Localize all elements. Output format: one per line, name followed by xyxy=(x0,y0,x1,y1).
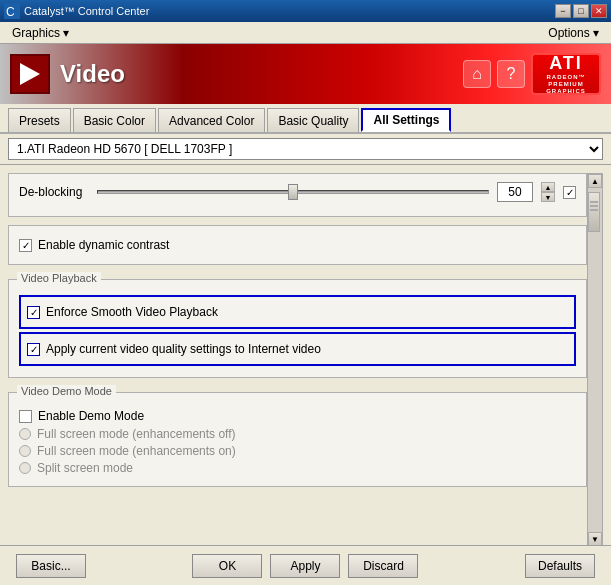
enable-demo-label[interactable]: Enable Demo Mode xyxy=(38,409,144,423)
minimize-button[interactable]: − xyxy=(555,4,571,18)
split-screen-radio[interactable] xyxy=(19,462,31,474)
deblocking-label: De-blocking xyxy=(19,185,89,199)
apply-video-quality-checkbox[interactable]: ✓ xyxy=(27,343,40,356)
scrollable-area: De-blocking 50 ▲ ▼ ✓ ✓ Ena xyxy=(8,173,587,547)
close-button[interactable]: ✕ xyxy=(591,4,607,18)
ati-text: ATI xyxy=(549,53,583,74)
menu-bar: Graphics ▾ Options ▾ xyxy=(0,22,611,44)
enable-demo-row: Enable Demo Mode xyxy=(19,409,576,423)
ati-logo: ATI RADEON™PREMIUMGRAPHICS xyxy=(531,53,601,95)
dynamic-contrast-label[interactable]: Enable dynamic contrast xyxy=(38,238,169,252)
video-icon xyxy=(10,54,50,94)
dynamic-contrast-section: ✓ Enable dynamic contrast xyxy=(8,225,587,265)
tab-all-settings[interactable]: All Settings xyxy=(361,108,451,132)
dynamic-contrast-row: ✓ Enable dynamic contrast xyxy=(19,238,576,252)
video-demo-mode-section: Video Demo Mode Enable Demo Mode Full sc… xyxy=(8,392,587,487)
video-playback-section: Video Playback ✓ Enforce Smooth Video Pl… xyxy=(8,279,587,378)
apply-video-quality-container: ✓ Apply current video quality settings t… xyxy=(19,332,576,366)
deblocking-value: 50 xyxy=(497,182,533,202)
video-demo-mode-title: Video Demo Mode xyxy=(17,385,116,397)
discard-button[interactable]: Discard xyxy=(348,554,418,578)
page-title: Video xyxy=(60,60,125,88)
enforce-smooth-row: ✓ Enforce Smooth Video Playback xyxy=(27,305,568,319)
options-menu[interactable]: Options ▾ xyxy=(544,24,603,42)
split-screen-label[interactable]: Split screen mode xyxy=(37,461,133,475)
tabs-bar: Presets Basic Color Advanced Color Basic… xyxy=(0,104,611,134)
scroll-down-button[interactable]: ▼ xyxy=(588,532,602,546)
split-screen-row: Split screen mode xyxy=(19,461,576,475)
tab-presets[interactable]: Presets xyxy=(8,108,71,132)
full-screen-off-row: Full screen mode (enhancements off) xyxy=(19,427,576,441)
deblocking-slider[interactable] xyxy=(97,184,489,200)
main-content: De-blocking 50 ▲ ▼ ✓ ✓ Ena xyxy=(0,165,611,555)
ati-sub: RADEON™PREMIUMGRAPHICS xyxy=(546,74,586,96)
full-screen-on-label[interactable]: Full screen mode (enhancements on) xyxy=(37,444,236,458)
defaults-button[interactable]: Defaults xyxy=(525,554,595,578)
header-left: Video xyxy=(10,54,125,94)
title-controls: − □ ✕ xyxy=(555,4,607,18)
title-bar: C Catalyst™ Control Center − □ ✕ xyxy=(0,0,611,22)
deblocking-spinner[interactable]: ▲ ▼ xyxy=(541,182,555,202)
spin-down[interactable]: ▼ xyxy=(541,192,555,202)
spin-up[interactable]: ▲ xyxy=(541,182,555,192)
window-title: Catalyst™ Control Center xyxy=(24,5,149,17)
enforce-smooth-container: ✓ Enforce Smooth Video Playback xyxy=(19,295,576,329)
scroll-up-button[interactable]: ▲ xyxy=(588,174,602,188)
full-screen-off-label[interactable]: Full screen mode (enhancements off) xyxy=(37,427,236,441)
full-screen-off-radio[interactable] xyxy=(19,428,31,440)
svg-text:C: C xyxy=(6,5,15,19)
svg-marker-2 xyxy=(20,63,40,85)
home-button[interactable]: ⌂ xyxy=(463,60,491,88)
help-button[interactable]: ? xyxy=(497,60,525,88)
ok-button[interactable]: OK xyxy=(192,554,262,578)
apply-video-quality-row: ✓ Apply current video quality settings t… xyxy=(27,342,568,356)
enforce-smooth-label[interactable]: Enforce Smooth Video Playback xyxy=(46,305,218,319)
enforce-smooth-checkbox[interactable]: ✓ xyxy=(27,306,40,319)
svg-rect-3 xyxy=(15,59,19,89)
basic-button[interactable]: Basic... xyxy=(16,554,86,578)
scrollbar-thumb[interactable] xyxy=(588,192,600,232)
svg-rect-4 xyxy=(41,59,45,89)
scrollbar-track[interactable] xyxy=(588,188,602,532)
app-icon: C xyxy=(4,3,20,19)
deblocking-section: De-blocking 50 ▲ ▼ ✓ xyxy=(8,173,587,217)
scrollbar[interactable]: ▲ ▼ xyxy=(587,173,603,547)
device-select[interactable]: 1.ATI Radeon HD 5670 [ DELL 1703FP ] xyxy=(8,138,603,160)
full-screen-on-row: Full screen mode (enhancements on) xyxy=(19,444,576,458)
maximize-button[interactable]: □ xyxy=(573,4,589,18)
tab-basic-quality[interactable]: Basic Quality xyxy=(267,108,359,132)
tab-basic-color[interactable]: Basic Color xyxy=(73,108,156,132)
deblocking-checkbox[interactable]: ✓ xyxy=(563,186,576,199)
video-playback-title: Video Playback xyxy=(17,272,101,284)
dynamic-contrast-checkbox[interactable]: ✓ xyxy=(19,239,32,252)
bottom-toolbar: Basic... OK Apply Discard Defaults xyxy=(0,545,611,585)
content-inner: De-blocking 50 ▲ ▼ ✓ ✓ Ena xyxy=(8,173,603,547)
device-bar: 1.ATI Radeon HD 5670 [ DELL 1703FP ] xyxy=(0,134,611,165)
header: Video ⌂ ? ATI RADEON™PREMIUMGRAPHICS xyxy=(0,44,611,104)
apply-button[interactable]: Apply xyxy=(270,554,340,578)
full-screen-on-radio[interactable] xyxy=(19,445,31,457)
enable-demo-checkbox[interactable] xyxy=(19,410,32,423)
apply-video-quality-label[interactable]: Apply current video quality settings to … xyxy=(46,342,321,356)
graphics-menu[interactable]: Graphics ▾ xyxy=(8,24,73,42)
title-bar-left: C Catalyst™ Control Center xyxy=(4,3,149,19)
header-right: ⌂ ? ATI RADEON™PREMIUMGRAPHICS xyxy=(463,53,601,95)
tab-advanced-color[interactable]: Advanced Color xyxy=(158,108,265,132)
